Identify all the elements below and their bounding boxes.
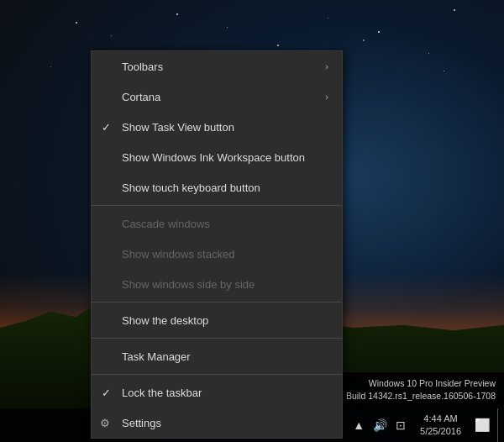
- separator-1: [92, 205, 342, 206]
- submenu-arrow-cortana: ›: [325, 92, 328, 102]
- menu-item-ink-workspace[interactable]: Show Windows Ink Workspace button: [92, 142, 342, 172]
- menu-item-stacked-label: Show windows stacked: [122, 248, 234, 260]
- menu-item-lock-taskbar[interactable]: ✓ Lock the taskbar: [92, 377, 342, 408]
- separator-3: [92, 338, 342, 339]
- checkmark-task-view: ✓: [102, 121, 111, 134]
- menu-item-toolbars[interactable]: Toolbars ›: [92, 51, 342, 82]
- clock-time: 4:44 AM: [423, 413, 457, 425]
- menu-item-cascade-label: Cascade windows: [122, 218, 210, 230]
- menu-item-touch-keyboard[interactable]: Show touch keyboard button: [92, 172, 342, 203]
- menu-item-settings[interactable]: ⚙ Settings: [92, 408, 342, 438]
- separator-2: [92, 302, 342, 303]
- menu-item-settings-label: Settings: [122, 417, 161, 429]
- menu-item-show-desktop-label: Show the desktop: [122, 314, 208, 327]
- action-center-button[interactable]: ⬜: [468, 408, 497, 442]
- menu-item-task-view[interactable]: ✓ Show Task View button: [92, 112, 342, 142]
- menu-item-show-desktop[interactable]: Show the desktop: [92, 305, 342, 335]
- menu-item-toolbars-label: Toolbars: [122, 61, 163, 73]
- menu-item-cascade: Cascade windows: [92, 208, 342, 239]
- menu-item-task-view-label: Show Task View button: [122, 121, 234, 134]
- menu-item-stacked: Show windows stacked: [92, 239, 342, 269]
- taskbar-right-area: ▲ 🔊 ⊡ 4:44 AM 5/25/2016 ⬜: [345, 408, 504, 442]
- menu-item-task-manager[interactable]: Task Manager: [92, 341, 342, 371]
- checkmark-lock-taskbar: ✓: [102, 387, 111, 399]
- win10-info-box: Windows 10 Pro Insider Preview Build 143…: [338, 372, 504, 409]
- clock-area[interactable]: 4:44 AM 5/25/2016: [413, 408, 468, 442]
- clock-date: 5/25/2016: [420, 425, 461, 438]
- menu-item-touch-keyboard-label: Show touch keyboard button: [122, 182, 260, 194]
- show-desktop-button[interactable]: [497, 408, 504, 442]
- tray-network-icon[interactable]: 🔊: [370, 417, 390, 434]
- system-tray: ▲ 🔊 ⊡: [345, 408, 413, 442]
- tray-volume-icon[interactable]: ⊡: [393, 417, 408, 434]
- menu-item-side-by-side-label: Show windows side by side: [122, 278, 255, 291]
- win10-info-line2: Build 14342.rs1_release.160506-1708: [346, 390, 496, 403]
- menu-item-task-manager-label: Task Manager: [122, 350, 191, 363]
- win10-info-line1: Windows 10 Pro Insider Preview: [346, 377, 496, 391]
- menu-item-ink-workspace-label: Show Windows Ink Workspace button: [122, 151, 305, 164]
- tray-expand-icon[interactable]: ▲: [350, 417, 367, 434]
- menu-item-lock-taskbar-label: Lock the taskbar: [122, 387, 202, 399]
- gear-icon: ⚙: [100, 417, 110, 429]
- context-menu: Toolbars › Cortana › ✓ Show Task View bu…: [91, 50, 343, 439]
- separator-4: [92, 374, 342, 375]
- submenu-arrow-toolbars: ›: [325, 61, 328, 71]
- menu-item-cortana-label: Cortana: [122, 91, 160, 103]
- menu-item-cortana[interactable]: Cortana ›: [92, 82, 342, 112]
- menu-item-side-by-side: Show windows side by side: [92, 269, 342, 299]
- action-center-icon: ⬜: [475, 418, 491, 433]
